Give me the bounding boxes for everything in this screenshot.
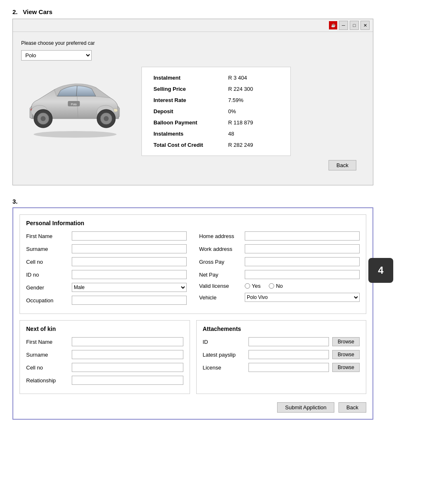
svg-point-10 — [41, 116, 46, 121]
back-button-section3[interactable]: Back — [338, 402, 366, 413]
car-section: Polo Instalment R 3 404 Selling Price R … — [21, 67, 365, 156]
section3-container: 3. 4 Personal Information First Name Sur… — [12, 198, 436, 420]
payslip-attachment-input[interactable] — [248, 350, 329, 359]
left-column: First Name Surname Cell no ID no — [26, 231, 187, 309]
next-of-kin-title: Next of kin — [26, 326, 183, 332]
total-cost-row: Total Cost of Credit R 282 249 — [150, 139, 282, 151]
surname-input[interactable] — [72, 244, 187, 253]
kin-first-name-input[interactable] — [72, 337, 183, 346]
interest-rate-label: Interest Rate — [150, 95, 225, 106]
selling-price-value: R 224 300 — [225, 83, 282, 95]
license-browse-button[interactable]: Browse — [332, 363, 360, 372]
attachments-box: Attachements ID Browse Latest payslip Br… — [196, 320, 367, 394]
net-pay-row: Net Pay — [199, 270, 360, 279]
valid-license-row: Valid license Yes No — [199, 283, 360, 289]
id-attachment-label: ID — [203, 339, 248, 345]
kin-cell-no-label: Cell no — [26, 365, 72, 371]
form-window: 4 Personal Information First Name Surnam… — [12, 207, 373, 420]
yes-radio-label[interactable]: Yes — [245, 283, 261, 289]
work-address-input[interactable] — [245, 244, 360, 253]
close-icon — [363, 23, 367, 28]
occupation-row: Occupation — [26, 296, 187, 305]
id-no-input[interactable] — [72, 270, 187, 279]
instalment-row: Instalment R 3 404 — [150, 72, 282, 83]
cell-no-input[interactable] — [72, 257, 187, 266]
car-image: Polo — [23, 73, 127, 139]
net-pay-label: Net Pay — [199, 272, 245, 278]
payslip-attachment-row: Latest payslip Browse — [203, 350, 360, 359]
personal-info-title: Personal Information — [26, 220, 360, 226]
back-button-section2[interactable]: Back — [329, 160, 356, 170]
id-attachment-input[interactable] — [248, 337, 329, 346]
first-name-row: First Name — [26, 231, 187, 241]
no-radio[interactable] — [269, 283, 274, 289]
section4-badge: 4 — [368, 258, 393, 283]
total-cost-label: Total Cost of Credit — [150, 139, 225, 151]
back-btn-row: Back — [21, 156, 365, 177]
surname-row: Surname — [26, 244, 187, 253]
instalment-value: R 3 404 — [225, 72, 282, 83]
kin-relationship-row: Relationship — [26, 376, 183, 385]
cell-no-row: Cell no — [26, 257, 187, 266]
car-dropdown[interactable]: Polo Polo Vivo Golf Tiguan — [21, 50, 92, 61]
vehicle-select[interactable]: Polo Vivo Polo Golf Tiguan — [245, 293, 360, 302]
occupation-input[interactable] — [72, 296, 187, 305]
window-titlebar: ☕ — [13, 19, 373, 32]
right-column: Home address Work address Gross Pay Net … — [199, 231, 360, 309]
id-browse-button[interactable]: Browse — [332, 337, 360, 346]
cell-no-label: Cell no — [26, 259, 72, 265]
maximize-button[interactable] — [350, 21, 359, 30]
minimize-button[interactable] — [339, 21, 348, 30]
minimize-icon — [342, 23, 345, 28]
home-address-input[interactable] — [245, 231, 360, 241]
kin-relationship-input[interactable] — [72, 376, 183, 385]
first-name-input[interactable] — [72, 231, 187, 241]
car-info-table: Instalment R 3 404 Selling Price R 224 3… — [141, 67, 291, 156]
close-button[interactable] — [360, 21, 370, 30]
instalment-label: Instalment — [150, 72, 225, 83]
gross-pay-input[interactable] — [245, 257, 360, 266]
work-address-row: Work address — [199, 244, 360, 253]
kin-surname-input[interactable] — [72, 350, 183, 359]
gender-select[interactable]: Male Female — [72, 283, 187, 292]
car-select-row: Polo Polo Vivo Golf Tiguan — [21, 50, 365, 61]
first-name-label: First Name — [26, 233, 72, 239]
net-pay-input[interactable] — [245, 270, 360, 279]
next-of-kin-box: Next of kin First Name Surname Cell no R… — [19, 320, 190, 394]
valid-license-radio-group: Yes No — [245, 283, 283, 289]
bottom-grid: Next of kin First Name Surname Cell no R… — [19, 320, 366, 394]
form-footer: Submit Appliction Back — [19, 400, 366, 413]
gross-pay-label: Gross Pay — [199, 259, 245, 265]
selling-price-row: Selling Price R 224 300 — [150, 83, 282, 95]
car-image-area: Polo — [21, 67, 129, 146]
yes-label: Yes — [252, 283, 261, 289]
balloon-payment-label: Balloon Payment — [150, 117, 225, 128]
selling-price-label: Selling Price — [150, 83, 225, 95]
id-no-label: ID no — [26, 272, 72, 278]
id-no-row: ID no — [26, 270, 187, 279]
gender-label: Gender — [26, 284, 72, 291]
home-address-row: Home address — [199, 231, 360, 241]
section2-title-text: View Cars — [23, 8, 52, 15]
yes-radio[interactable] — [245, 283, 250, 289]
submit-button[interactable]: Submit Appliction — [277, 402, 334, 413]
id-attachment-row: ID Browse — [203, 337, 360, 346]
kin-cell-no-input[interactable] — [72, 363, 183, 372]
preferred-car-label: Please choose your preferred car — [21, 40, 365, 46]
no-label: No — [276, 283, 283, 289]
payslip-attachment-label: Latest payslip — [203, 352, 248, 358]
section3-number: 3. — [12, 198, 436, 205]
instalments-row: Instalments 48 — [150, 128, 282, 139]
svg-point-0 — [34, 131, 117, 138]
kin-cell-no-row: Cell no — [26, 363, 183, 372]
attachments-title: Attachements — [203, 326, 360, 332]
balloon-payment-value: R 118 879 — [225, 117, 282, 128]
home-address-label: Home address — [199, 233, 245, 239]
vehicle-row: Vehicle Polo Vivo Polo Golf Tiguan — [199, 293, 360, 302]
no-radio-label[interactable]: No — [269, 283, 283, 289]
interest-rate-value: 7.59% — [225, 95, 282, 106]
license-attachment-input[interactable] — [248, 363, 329, 372]
payslip-browse-button[interactable]: Browse — [332, 350, 360, 359]
deposit-row: Deposit 0% — [150, 106, 282, 117]
kin-surname-row: Surname — [26, 350, 183, 359]
